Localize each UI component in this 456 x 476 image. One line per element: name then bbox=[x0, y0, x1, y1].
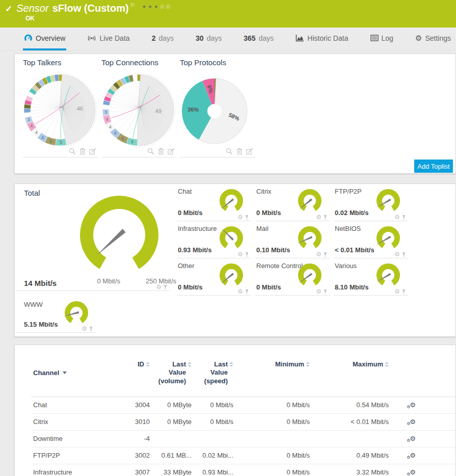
tab-log[interactable]: Log bbox=[369, 28, 394, 50]
trash-icon[interactable] bbox=[79, 148, 86, 155]
svg-text:36%: 36% bbox=[187, 107, 199, 113]
magnifier-icon[interactable] bbox=[147, 148, 154, 155]
top-talkers-chart[interactable]: 46554443 bbox=[22, 70, 99, 148]
gauge-label: NetBIOS bbox=[335, 225, 361, 232]
gauge-dial bbox=[217, 224, 246, 253]
column-header-last-value-volume[interactable]: Last Value(volume) bbox=[152, 360, 194, 385]
tab-365-days[interactable]: 365 days bbox=[243, 28, 275, 50]
table-row-ftp-p2p[interactable]: FTP/P2P30020.61 MB...0.02 Mbi...0 Mbit/s… bbox=[31, 447, 455, 464]
column-label: Last Value(speed) bbox=[196, 360, 228, 385]
pin-icon[interactable] bbox=[245, 289, 249, 295]
stars-empty: ☆☆ bbox=[159, 3, 172, 10]
table-row-infrastructure[interactable]: Infrastructure300733 MByte0.93 Mbi...0 M… bbox=[31, 464, 455, 476]
pin-icon[interactable] bbox=[245, 252, 249, 257]
svg-text:4: 4 bbox=[109, 124, 112, 129]
tab-overview[interactable]: Overview bbox=[23, 28, 66, 50]
gear-icon[interactable]: ⚙ bbox=[394, 214, 400, 220]
table-row-chat[interactable]: Chat30040 MByte0 Mbit/s0 Mbit/s0.54 Mbit… bbox=[31, 397, 455, 414]
sensor-header: ✓ Sensor sFlow (Custom) ⚐ ★★★☆☆ OK bbox=[0, 0, 456, 28]
top-protocols-chart[interactable]: 58%36%6% bbox=[179, 70, 256, 148]
channel-settings-icon[interactable]: ⚙⚙ bbox=[410, 402, 416, 408]
channel-settings-icon[interactable]: ⚙⚙ bbox=[410, 469, 416, 475]
pin-icon[interactable] bbox=[401, 289, 406, 295]
table-row-citrix[interactable]: Citrix30100 MByte0 Mbit/s0 Mbit/s< 0.01 … bbox=[31, 414, 455, 431]
gear-icon[interactable]: ⚙ bbox=[237, 214, 243, 220]
gauge-dial bbox=[373, 224, 403, 253]
gauge-label: Mail bbox=[256, 225, 269, 232]
tab-live-data[interactable]: Live Data bbox=[86, 28, 130, 50]
pin-icon[interactable] bbox=[323, 215, 328, 220]
toplist-top-connections: Top Connections 49554443 bbox=[101, 58, 178, 67]
gear-icon[interactable]: ⚙ bbox=[394, 288, 400, 295]
tab-settings[interactable]: ⚙ Settings bbox=[414, 28, 452, 50]
edit-icon[interactable] bbox=[246, 148, 253, 155]
cell-maximum: 0.49 Mbit/s bbox=[312, 452, 391, 459]
column-header-maximum[interactable]: Maximum bbox=[312, 360, 391, 385]
pin-icon[interactable] bbox=[401, 215, 406, 220]
svg-text:5: 5 bbox=[121, 136, 124, 141]
tab-label: Live Data bbox=[99, 34, 129, 42]
svg-text:4: 4 bbox=[35, 130, 38, 135]
flag-icon[interactable]: ⚐ bbox=[130, 2, 136, 9]
gear-icon[interactable]: ⚙ bbox=[316, 251, 321, 257]
add-toplist-button[interactable]: Add Toplist bbox=[414, 160, 453, 173]
pin-icon[interactable] bbox=[245, 215, 249, 220]
column-header-minimum[interactable]: Minimum bbox=[235, 360, 312, 385]
cell-last-value-speed: 0 Mbit/s bbox=[194, 401, 235, 409]
gear-icon[interactable]: ⚙ bbox=[237, 288, 243, 295]
svg-text:5: 5 bbox=[50, 139, 52, 144]
column-header-channel[interactable]: Channel bbox=[31, 360, 120, 385]
gauge-cell-remote-control: Remote Control0 Mbit/s⚙ bbox=[255, 258, 330, 296]
gauge-value: 0 Mbit/s bbox=[256, 209, 281, 217]
gear-icon[interactable]: ⚙ bbox=[394, 251, 400, 257]
tab-2-days[interactable]: 2 days bbox=[151, 28, 175, 50]
gauge-value: 0 Mbit/s bbox=[178, 209, 202, 217]
gear-icon[interactable]: ⚙ bbox=[316, 214, 321, 220]
gauge-actions: ⚙ bbox=[316, 214, 328, 220]
cell-channel: Infrastructure bbox=[31, 468, 120, 476]
pin-icon[interactable] bbox=[401, 252, 406, 257]
column-header-id[interactable]: ID bbox=[120, 360, 152, 385]
channel-settings-icon[interactable]: ⚙⚙ bbox=[410, 452, 416, 459]
cell-id: 3007 bbox=[120, 468, 152, 476]
svg-text:5: 5 bbox=[131, 139, 133, 144]
pin-icon[interactable] bbox=[323, 252, 328, 257]
gauge-value: 0 Mbit/s bbox=[256, 283, 281, 291]
cell-maximum: < 0.01 Mbit/s bbox=[312, 418, 391, 426]
tab-label: Log bbox=[382, 34, 393, 42]
tab-label: days bbox=[207, 34, 222, 42]
channel-settings-icon[interactable]: ⚙⚙ bbox=[410, 435, 416, 442]
magnifier-icon[interactable] bbox=[226, 148, 233, 155]
gauge-value: 0.10 Mbit/s bbox=[256, 246, 290, 254]
column-header-actions bbox=[391, 360, 435, 385]
gear-icon[interactable]: ⚙ bbox=[82, 326, 87, 332]
pin-icon[interactable] bbox=[323, 289, 328, 295]
trash-icon[interactable] bbox=[158, 148, 164, 155]
gear-icon[interactable]: ⚙ bbox=[237, 251, 243, 257]
tab-30-days[interactable]: 30 days bbox=[195, 28, 223, 50]
gauge-label: Infrastructure bbox=[178, 225, 217, 232]
cell-id: 3010 bbox=[120, 418, 152, 426]
gear-icon[interactable]: ⚙ bbox=[316, 288, 321, 295]
gauge-actions: ⚙ bbox=[394, 251, 406, 257]
gauge-actions: ⚙ bbox=[156, 284, 168, 290]
cell-actions: ⚙⚙ bbox=[391, 435, 435, 442]
priority-stars[interactable]: ★★★☆☆ bbox=[142, 3, 172, 10]
trash-icon[interactable] bbox=[236, 148, 243, 155]
cell-channel: Citrix bbox=[31, 418, 120, 426]
cell-channel: FTP/P2P bbox=[31, 452, 120, 459]
tab-historic-data[interactable]: Historic Data bbox=[294, 28, 349, 50]
tab-label: Overview bbox=[36, 34, 65, 42]
edit-icon[interactable] bbox=[89, 148, 96, 155]
gear-icon[interactable]: ⚙ bbox=[156, 284, 162, 290]
channel-settings-icon[interactable]: ⚙⚙ bbox=[410, 418, 416, 425]
table-row-downtime[interactable]: Downtime-4⚙⚙ bbox=[31, 431, 455, 447]
magnifier-icon[interactable] bbox=[69, 148, 76, 155]
pin-icon[interactable] bbox=[163, 284, 168, 290]
pin-icon[interactable] bbox=[89, 326, 93, 332]
edit-icon[interactable] bbox=[168, 148, 175, 155]
top-connections-chart[interactable]: 49554443 bbox=[100, 70, 178, 148]
gauge-cell-chat: Chat0 Mbit/s⚙ bbox=[177, 184, 251, 221]
column-header-last-value-speed[interactable]: Last Value(speed) bbox=[194, 360, 235, 385]
cell-maximum: 0.54 Mbit/s bbox=[312, 401, 391, 409]
